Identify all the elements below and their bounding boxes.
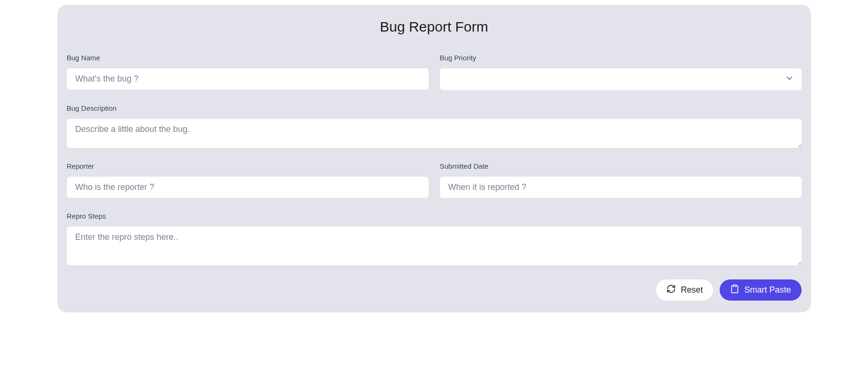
bug-name-input[interactable]	[67, 68, 429, 90]
bug-priority-select[interactable]	[440, 68, 802, 90]
bug-report-form: Bug Report Form Bug Name Bug Priority Bu…	[57, 5, 811, 312]
reporter-input[interactable]	[67, 177, 429, 198]
repro-steps-label: Repro Steps	[67, 212, 802, 220]
field-submitted-date: Submitted Date	[440, 162, 802, 198]
bug-name-label: Bug Name	[67, 54, 429, 62]
field-repro-steps: Repro Steps	[67, 212, 802, 265]
submitted-date-label: Submitted Date	[440, 162, 802, 170]
form-row-2: Reporter Submitted Date	[67, 162, 802, 198]
reporter-label: Reporter	[67, 162, 429, 170]
field-reporter: Reporter	[67, 162, 429, 198]
bug-description-label: Bug Description	[67, 104, 802, 112]
field-bug-description: Bug Description	[67, 104, 802, 148]
refresh-icon	[666, 284, 676, 296]
svg-rect-0	[733, 285, 737, 286]
reset-button[interactable]: Reset	[656, 279, 713, 301]
bug-priority-label: Bug Priority	[440, 54, 802, 62]
button-row: Reset Smart Paste	[67, 279, 802, 301]
smart-paste-button[interactable]: Smart Paste	[720, 279, 801, 301]
smart-paste-button-label: Smart Paste	[744, 285, 791, 295]
reset-button-label: Reset	[681, 285, 703, 295]
form-row-1: Bug Name Bug Priority	[67, 54, 802, 90]
clipboard-icon	[730, 284, 739, 296]
form-title: Bug Report Form	[67, 19, 802, 35]
bug-priority-select-wrapper	[440, 68, 802, 90]
repro-steps-textarea[interactable]	[67, 227, 802, 265]
field-bug-name: Bug Name	[67, 54, 429, 90]
submitted-date-input[interactable]	[440, 177, 802, 198]
bug-description-textarea[interactable]	[67, 119, 802, 148]
field-bug-priority: Bug Priority	[440, 54, 802, 90]
